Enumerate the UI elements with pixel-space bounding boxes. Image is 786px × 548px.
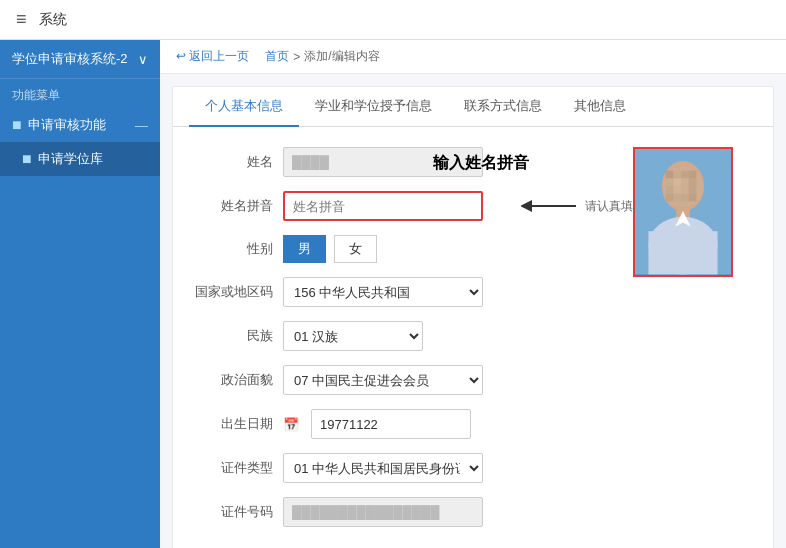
svg-rect-15: [681, 178, 689, 186]
birthday-row: 出生日期 📅: [193, 409, 613, 439]
svg-rect-24: [689, 194, 697, 202]
svg-rect-19: [681, 186, 689, 194]
pinyin-label: 姓名拼音: [193, 197, 283, 215]
politics-label: 政治面貌: [193, 371, 283, 389]
breadcrumb-home[interactable]: 首页: [265, 48, 289, 65]
photo-box: [633, 147, 733, 277]
svg-rect-23: [681, 194, 689, 202]
tabs: 个人基本信息 学业和学位授予信息 联系方式信息 其他信息: [173, 87, 773, 127]
ethnicity-label: 民族: [193, 327, 283, 345]
svg-rect-10: [673, 171, 681, 179]
tab-basic[interactable]: 个人基本信息: [189, 87, 299, 127]
tab-academic[interactable]: 学业和学位授予信息: [299, 87, 448, 127]
cert-no-label: 证件号码: [193, 503, 283, 521]
sidebar: 学位申请审核系统-2 ∨ 功能菜单 ■ 申请审核功能 — ■ 申请学位库: [0, 40, 160, 548]
breadcrumb-current: 添加/编辑内容: [304, 48, 379, 65]
breadcrumb-bar: ↩ 返回上一页 首页 > 添加/编辑内容: [160, 40, 786, 74]
app-container: ≡ 系统 学位申请审核系统-2 ∨ 功能菜单 ■ 申请审核功能 — ■ 申请学位…: [0, 0, 786, 548]
breadcrumb-sep1: >: [293, 50, 300, 64]
country-input-wrap: 156 中华人民共和国: [283, 277, 613, 307]
svg-rect-13: [666, 178, 674, 186]
calendar-icon: 📅: [283, 417, 299, 432]
svg-rect-11: [681, 171, 689, 179]
ethnicity-row: 民族 01 汉族: [193, 321, 613, 351]
sidebar-audit-label: 申请审核功能: [28, 116, 106, 134]
tab-contact[interactable]: 联系方式信息: [448, 87, 558, 127]
cert-no-row: 证件号码: [193, 497, 613, 527]
back-button[interactable]: ↩ 返回上一页: [176, 48, 249, 65]
birthday-input[interactable]: [311, 409, 471, 439]
cert-type-select[interactable]: 01 中华人民共和国居民身份证: [283, 453, 483, 483]
cert-type-input-wrap: 01 中华人民共和国居民身份证: [283, 453, 613, 483]
sidebar-collapse-icon: ∨: [138, 52, 148, 67]
ethnicity-input-wrap: 01 汉族: [283, 321, 613, 351]
menu-icon[interactable]: ≡: [16, 9, 27, 30]
svg-rect-12: [689, 171, 697, 179]
sidebar-menu-label: 功能菜单: [0, 79, 160, 108]
name-row: 姓名: [193, 147, 613, 177]
form-body: 姓名 姓名拼音: [173, 127, 773, 548]
svg-rect-17: [666, 186, 674, 194]
ethnicity-select[interactable]: 01 汉族: [283, 321, 423, 351]
sidebar-app-title[interactable]: 学位申请审核系统-2 ∨: [0, 40, 160, 79]
person-photo-svg: [635, 147, 731, 277]
gender-row: 性别 男 女: [193, 235, 613, 263]
cert-no-input[interactable]: [283, 497, 483, 527]
politics-row: 政治面貌 07 中国民主促进会会员: [193, 365, 613, 395]
name-label: 姓名: [193, 153, 283, 171]
sidebar-audit-collapse: —: [135, 118, 148, 133]
cert-type-row: 证件类型 01 中华人民共和国居民身份证: [193, 453, 613, 483]
svg-rect-14: [673, 178, 681, 186]
pinyin-input[interactable]: [283, 191, 483, 221]
gender-male-button[interactable]: 男: [283, 235, 326, 263]
svg-rect-16: [689, 178, 697, 186]
form-fields: 姓名 姓名拼音: [193, 147, 613, 541]
body: 学位申请审核系统-2 ∨ 功能菜单 ■ 申请审核功能 — ■ 申请学位库 ↩ 返…: [0, 40, 786, 548]
svg-rect-9: [666, 171, 674, 179]
tab-other[interactable]: 其他信息: [558, 87, 642, 127]
gender-input-wrap: 男 女: [283, 235, 613, 263]
main-content: ↩ 返回上一页 首页 > 添加/编辑内容 个人基本信息 学业和学位授予信息 联系…: [160, 40, 786, 548]
photo-placeholder: [635, 149, 731, 275]
sidebar-item-audit[interactable]: ■ 申请审核功能 —: [0, 108, 160, 142]
form-card: 个人基本信息 学业和学位授予信息 联系方式信息 其他信息 姓名: [172, 86, 774, 548]
sidebar-degree-icon: ■: [22, 150, 32, 168]
photo-area: [633, 147, 743, 541]
annotation-label: 输入姓名拼音: [433, 153, 529, 174]
gender-female-button[interactable]: 女: [334, 235, 377, 263]
svg-rect-18: [673, 186, 681, 194]
pinyin-input-wrap: 请认真填写姓名拼音 输入姓名拼音: [283, 191, 613, 221]
header-title: 系统: [39, 11, 67, 29]
birthday-input-wrap: 📅: [283, 409, 613, 439]
politics-input-wrap: 07 中国民主促进会会员: [283, 365, 613, 395]
gender-label: 性别: [193, 240, 283, 258]
country-row: 国家或地区码 156 中华人民共和国: [193, 277, 613, 307]
svg-rect-22: [673, 194, 681, 202]
annotation-arrow-icon: [521, 196, 581, 216]
svg-rect-20: [689, 186, 697, 194]
birthday-label: 出生日期: [193, 415, 283, 433]
pinyin-row: 姓名拼音: [193, 191, 613, 221]
cert-no-input-wrap: [283, 497, 613, 527]
sidebar-degree-label: 申请学位库: [38, 150, 103, 168]
sidebar-audit-icon: ■: [12, 116, 22, 134]
header: ≡ 系统: [0, 0, 786, 40]
svg-rect-21: [666, 194, 674, 202]
svg-rect-7: [648, 231, 717, 274]
country-select[interactable]: 156 中华人民共和国: [283, 277, 483, 307]
sidebar-item-degree[interactable]: ■ 申请学位库: [0, 142, 160, 176]
cert-type-label: 证件类型: [193, 459, 283, 477]
country-label: 国家或地区码: [193, 283, 283, 301]
politics-select[interactable]: 07 中国民主促进会会员: [283, 365, 483, 395]
